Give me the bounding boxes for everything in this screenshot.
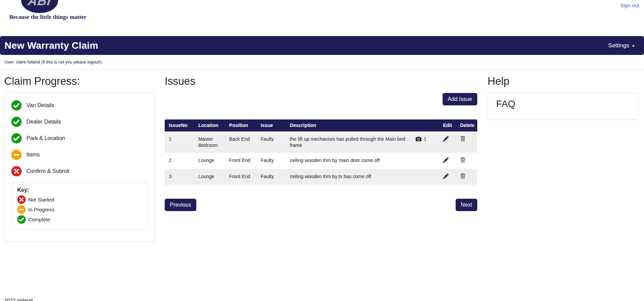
trash-icon	[460, 173, 466, 179]
col-header-issue-no: IssueNo	[165, 119, 194, 131]
page-header-bar: New Warranty Claim Settings	[0, 36, 644, 55]
top-strip: ABI Because the little things matter Sig…	[0, 0, 644, 36]
status-icon	[11, 150, 22, 160]
cell-photos: 1	[411, 131, 439, 153]
issues-table-body: 1 Master Bedroom Back End Faulty the lif…	[165, 131, 477, 185]
col-header-edit: Edit	[439, 119, 456, 131]
cell-description: the lift up mechanism has pulled through…	[286, 131, 411, 153]
cell-photos	[411, 153, 439, 169]
status-icon	[11, 133, 22, 143]
issues-table-header: IssueNo Location Position Issue Descript…	[165, 119, 477, 131]
cell-location: Lounge	[194, 169, 225, 185]
cell-edit	[439, 131, 456, 153]
key-card: Key: Not Started In Progress Complete	[11, 183, 148, 230]
key-item-label: Not Started	[28, 197, 54, 202]
col-header-issue: Issue	[257, 119, 286, 131]
cell-photos	[411, 169, 439, 185]
progress-item-label: Confirm & Submit	[26, 168, 69, 174]
settings-menu[interactable]: Settings	[608, 42, 635, 49]
key-item: Not Started	[17, 195, 142, 204]
col-header-location: Location	[194, 119, 225, 131]
key-item: Complete	[17, 215, 142, 224]
key-item-label: In Progress	[28, 207, 55, 212]
delete-issue-button[interactable]	[460, 157, 466, 163]
cell-delete	[456, 153, 477, 169]
cell-edit	[439, 169, 456, 185]
pencil-icon	[443, 157, 449, 163]
delete-issue-button[interactable]	[460, 136, 466, 142]
key-item-label: Complete	[28, 217, 50, 222]
status-icon	[11, 117, 22, 127]
claim-progress-card: Van Details Dealer Details Park & Locati…	[4, 92, 155, 242]
main-content: Claim Progress: Van Details Dealer Detai…	[0, 70, 644, 242]
status-icon	[11, 100, 22, 111]
table-row: 2 Lounge Front End Faulty ceiling wooden…	[165, 153, 477, 169]
progress-item: Items	[11, 150, 148, 160]
status-icon	[17, 205, 26, 214]
cell-issue-no: 3	[165, 169, 194, 185]
trash-icon	[460, 157, 466, 163]
issues-toolbar: Add Issue	[165, 93, 477, 105]
table-row: 3 Lounge Front End Faulty ceiling wooden…	[165, 169, 477, 185]
claim-progress-column: Claim Progress: Van Details Dealer Detai…	[4, 75, 155, 242]
cell-issue: Faulty	[257, 169, 286, 185]
abi-logo: ABI	[21, 0, 58, 13]
issues-table: IssueNo Location Position Issue Descript…	[165, 119, 477, 185]
key-list: Not Started In Progress Complete	[17, 195, 142, 224]
page-title: New Warranty Claim	[4, 40, 98, 51]
cell-issue: Faulty	[257, 153, 286, 169]
key-title: Key:	[17, 187, 142, 193]
progress-item: Confirm & Submit	[11, 166, 148, 176]
progress-item: Park & Location	[11, 133, 148, 143]
pencil-icon	[443, 136, 449, 142]
key-item: In Progress	[17, 205, 142, 214]
next-button[interactable]: Next	[456, 199, 477, 211]
cell-position: Front End	[225, 169, 257, 185]
status-icon	[17, 195, 26, 204]
photo-count: 1	[424, 136, 426, 142]
progress-item: Dealer Details	[11, 117, 148, 127]
cell-position: Front End	[225, 153, 257, 169]
cell-issue-no: 1	[165, 131, 194, 153]
add-issue-button[interactable]: Add Issue	[443, 93, 477, 105]
cell-position: Back End	[225, 131, 257, 153]
faq-link[interactable]: FAQ	[496, 99, 515, 109]
edit-issue-button[interactable]	[443, 136, 449, 142]
sign-out-link[interactable]: Sign out	[620, 2, 639, 8]
trash-icon	[460, 136, 466, 142]
col-header-delete: Delete	[456, 119, 477, 131]
cell-location: Master Bedroom	[194, 131, 225, 153]
help-column: Help FAQ	[488, 75, 639, 120]
cell-description: ceiling wooden trim by main door come of…	[286, 153, 411, 169]
issues-column: Issues Add Issue IssueNo Location Positi…	[165, 75, 477, 211]
cell-issue-no: 2	[165, 153, 194, 169]
cell-issue: Faulty	[257, 131, 286, 153]
claim-progress-title: Claim Progress:	[4, 75, 155, 88]
help-title: Help	[488, 75, 639, 88]
cell-description: ceiling wooden trim by tv has come off	[286, 169, 411, 185]
progress-item-label: Park & Location	[26, 135, 65, 141]
cell-edit	[439, 153, 456, 169]
table-row: 1 Master Bedroom Back End Faulty the lif…	[165, 131, 477, 153]
pencil-icon	[443, 173, 449, 179]
status-icon	[17, 215, 26, 224]
pager: Previous Next	[165, 199, 477, 211]
edit-issue-button[interactable]	[443, 173, 449, 179]
previous-button[interactable]: Previous	[165, 199, 196, 211]
issues-title: Issues	[165, 75, 477, 88]
edit-issue-button[interactable]	[443, 157, 449, 163]
progress-list: Van Details Dealer Details Park & Locati…	[11, 100, 148, 176]
progress-item: Van Details	[11, 100, 148, 111]
settings-label: Settings	[608, 42, 629, 49]
progress-item-label: Van Details	[26, 102, 54, 108]
delete-issue-button[interactable]	[460, 173, 466, 179]
photos-indicator[interactable]: 1	[415, 136, 426, 142]
col-header-position: Position	[225, 119, 257, 131]
user-status-line: User: claire.folland (If this is not you…	[4, 60, 640, 65]
progress-item-label: Items	[26, 152, 40, 158]
chevron-down-icon	[632, 45, 635, 47]
col-header-description: Description	[286, 119, 439, 131]
progress-item-label: Dealer Details	[26, 119, 61, 125]
brand-tagline: Because the little things matter	[9, 14, 86, 21]
status-icon	[11, 166, 22, 176]
